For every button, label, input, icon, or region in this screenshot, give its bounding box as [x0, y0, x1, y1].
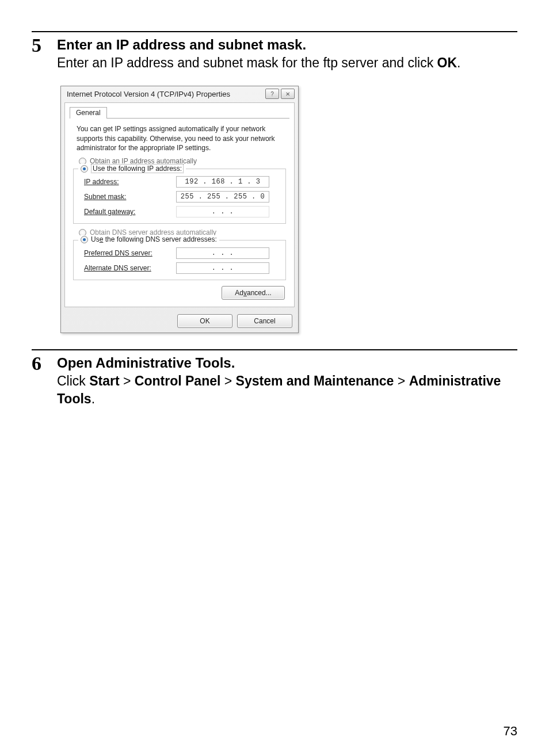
- preferred-dns-row: Preferred DNS server:Preferred DNS serve…: [84, 247, 281, 259]
- page-number: 73: [504, 724, 517, 739]
- alternate-dns-input[interactable]: . . .: [176, 262, 269, 274]
- step-body: Open Administrative Tools. Click Start >…: [57, 354, 517, 408]
- step-description: Click Start > Control Panel > System and…: [57, 373, 501, 406]
- path-control-panel: Control Panel: [135, 373, 221, 388]
- step-number: 6: [32, 354, 57, 373]
- ipv4-properties-dialog: Internet Protocol Version 4 (TCP/IPv4) P…: [60, 86, 299, 333]
- ip-address-value: 192 . 168 . 1 . 3: [185, 178, 261, 186]
- window-buttons: ? ✕: [265, 89, 295, 99]
- close-icon[interactable]: ✕: [281, 89, 295, 99]
- path-post: .: [92, 391, 95, 406]
- inner-button-row: Advanced...Advanced...: [65, 280, 294, 302]
- divider: [32, 349, 517, 350]
- preferred-dns-value: . . .: [212, 249, 234, 257]
- document-page: 5 Enter an IP address and subnet mask. E…: [0, 0, 549, 756]
- subnet-mask-label: Subnet mask:Subnet mask:: [84, 193, 176, 201]
- subnet-mask-row: Subnet mask:Subnet mask: 255 . 255 . 255…: [84, 191, 281, 203]
- tab-general[interactable]: General: [70, 107, 107, 119]
- dialog-titlebar: Internet Protocol Version 4 (TCP/IPv4) P…: [61, 86, 298, 101]
- path-sep: >: [220, 373, 235, 388]
- radio-use-following-dns[interactable]: Use the following DNS server addresses:U…: [78, 235, 219, 243]
- preferred-dns-input[interactable]: . . .: [176, 247, 269, 259]
- dialog-description: You can get IP settings assigned automat…: [65, 119, 294, 156]
- step-desc-pre: Enter an IP address and subnet mask for …: [57, 55, 437, 70]
- step-desc-post: .: [457, 55, 460, 70]
- step-description: Enter an IP address and subnet mask for …: [57, 55, 460, 70]
- dialog-title: Internet Protocol Version 4 (TCP/IPv4) P…: [67, 90, 265, 98]
- radio-label: Use the following DNS server addresses:U…: [91, 235, 217, 243]
- step-number: 5: [32, 36, 57, 55]
- tab-row: General: [65, 103, 294, 118]
- ip-fieldset: Use the following IP address: IIP addres…: [73, 169, 286, 224]
- path-pre: Click: [57, 373, 89, 388]
- ip-address-row: IIP address:P address: 192 . 168 . 1 . 3: [84, 176, 281, 188]
- default-gateway-value: . . .: [212, 208, 234, 216]
- radio-use-following-ip[interactable]: Use the following IP address:: [78, 164, 186, 173]
- step-6: 6 Open Administrative Tools. Click Start…: [32, 354, 517, 408]
- divider: [32, 31, 517, 32]
- subnet-mask-value: 255 . 255 . 255 . 0: [181, 193, 265, 201]
- ip-address-label: IIP address:P address:: [84, 178, 176, 186]
- default-gateway-label: Default gateway:Default gateway:: [84, 208, 176, 216]
- path-system-maintenance: System and Maintenance: [236, 373, 394, 388]
- cancel-button[interactable]: Cancel: [237, 314, 292, 328]
- step-5: 5 Enter an IP address and subnet mask. E…: [32, 36, 517, 72]
- advanced-button[interactable]: Advanced...Advanced...: [222, 286, 285, 300]
- radio-label: Use the following IP address:: [91, 164, 184, 173]
- path-sep: >: [394, 373, 409, 388]
- radio-icon: [81, 236, 88, 243]
- step-heading: Enter an IP address and subnet mask.: [57, 37, 306, 52]
- subnet-mask-input[interactable]: 255 . 255 . 255 . 0: [176, 191, 269, 203]
- dns-fieldset: Use the following DNS server addresses:U…: [73, 240, 286, 280]
- path-sep: >: [120, 373, 135, 388]
- help-icon[interactable]: ?: [265, 89, 279, 99]
- dialog-button-row: OK Cancel: [61, 311, 298, 333]
- step-heading: Open Administrative Tools.: [57, 355, 235, 371]
- step-body: Enter an IP address and subnet mask. Ent…: [57, 36, 517, 72]
- default-gateway-row: Default gateway:Default gateway: . . .: [84, 206, 281, 217]
- ip-address-input[interactable]: 192 . 168 . 1 . 3: [176, 176, 269, 188]
- step-desc-bold: OK: [437, 55, 458, 70]
- alternate-dns-row: Alternate DNS server:Alternate DNS serve…: [84, 262, 281, 274]
- dns-section: Obtain DNS server address automaticallyO…: [65, 228, 294, 280]
- ok-button[interactable]: OK: [177, 314, 232, 328]
- dialog-body: General You can get IP settings assigned…: [64, 102, 295, 307]
- radio-icon: [81, 165, 88, 173]
- path-start: Start: [89, 373, 119, 388]
- alternate-dns-label: Alternate DNS server:Alternate DNS serve…: [84, 264, 176, 272]
- default-gateway-input[interactable]: . . .: [176, 206, 269, 217]
- preferred-dns-label: Preferred DNS server:Preferred DNS serve…: [84, 249, 176, 257]
- alternate-dns-value: . . .: [212, 264, 234, 272]
